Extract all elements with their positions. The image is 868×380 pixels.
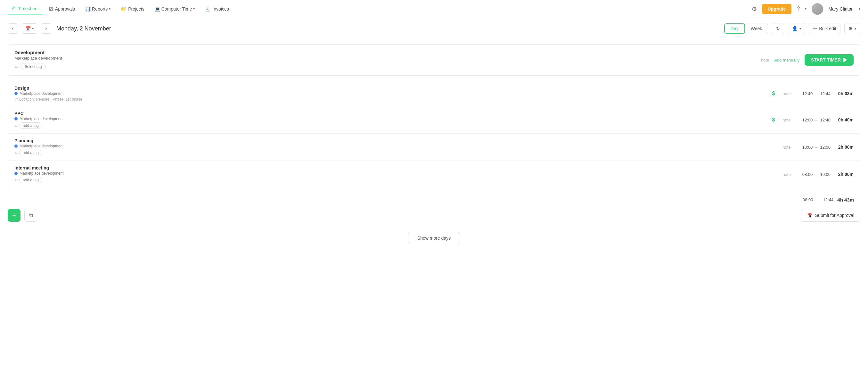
week-view-button[interactable]: Week <box>745 23 768 34</box>
end-time: 12:44 <box>820 91 831 96</box>
gear-dropdown-icon: ⚙ <box>848 26 852 31</box>
submit-approval-button[interactable]: 📅 Submit for Approval <box>801 209 860 222</box>
plus-icon: + <box>12 211 16 220</box>
prev-day-button[interactable]: ‹ <box>8 23 18 34</box>
table-row: Internal meeting Marketplace development… <box>8 161 860 188</box>
copy-button[interactable]: ⧉ <box>24 209 37 222</box>
entry-tags: 🏷 Location: Remote , Phase: 1st phase <box>14 97 764 101</box>
select-tag-button[interactable]: Select tag <box>21 63 46 70</box>
billable-icon: $ <box>772 91 775 96</box>
refresh-icon: ↻ <box>776 26 780 31</box>
calendar-icon: 📅 <box>25 26 31 31</box>
entry-title: Design <box>14 86 764 91</box>
project-dot <box>14 117 18 120</box>
show-more-row: Show more days <box>8 224 860 252</box>
entry-info: PPC Marketplace development 🏷 add a tag <box>14 111 764 129</box>
time-separator: – <box>815 172 817 177</box>
computer-time-icon: 💻 <box>155 6 160 11</box>
nav-computer-time[interactable]: 💻 Computer Time ▾ <box>151 4 199 14</box>
time-separator: – <box>815 145 817 150</box>
project-dot <box>14 92 18 95</box>
project-dot <box>14 145 18 148</box>
add-entry-button[interactable]: + <box>8 209 21 222</box>
dev-info: Development Marketplace development 🏷 Se… <box>14 50 756 70</box>
upgrade-button[interactable]: Upgrade <box>762 4 792 14</box>
add-tag-button[interactable]: add a tag <box>19 150 42 156</box>
settings-dropdown-button[interactable]: ⚙ ▾ <box>844 23 860 34</box>
reports-chevron-icon: ▾ <box>109 7 111 10</box>
user-filter-chevron-icon: ▾ <box>800 27 801 30</box>
entry-info: Design Marketplace development 🏷 Locatio… <box>14 86 764 101</box>
entry-project: Marketplace development <box>20 144 63 148</box>
add-manually-button[interactable]: Add manually <box>774 58 800 62</box>
main-content: Development Marketplace development 🏷 Se… <box>0 39 868 257</box>
time-range: 08:00 – 10:00 <box>802 172 831 177</box>
nav-timesheet[interactable]: ⏱ Timesheet <box>8 3 42 14</box>
entry-tags: 🏷 add a tag <box>14 177 779 183</box>
current-date: Monday, 2 November <box>56 25 111 32</box>
total-start: 08:00 <box>803 197 813 202</box>
end-time: 10:00 <box>820 172 831 177</box>
start-time: 12:40 <box>802 91 813 96</box>
user-name: Mary Clinton <box>828 6 854 11</box>
timesheet-icon: ⏱ <box>11 6 16 11</box>
reports-icon: 📊 <box>85 6 91 11</box>
table-row: Planning Marketplace development 🏷 add a… <box>8 134 860 161</box>
time-range: 12:00 – 12:40 <box>802 118 831 122</box>
end-time: 12:00 <box>820 145 831 150</box>
duration: 0h 03m <box>834 91 854 96</box>
dev-subtitle: Marketplace development <box>14 56 756 61</box>
duration: 2h 00m <box>834 145 854 150</box>
entry-info: Planning Marketplace development 🏷 add a… <box>14 138 779 156</box>
nav-projects[interactable]: 📁 Projects <box>117 4 148 14</box>
settings-icon[interactable]: ⚙ <box>752 5 757 12</box>
start-time: 10:00 <box>802 145 813 150</box>
bottom-actions: + ⧉ 📅 Submit for Approval <box>8 206 860 224</box>
time-entries-card: Design Marketplace development 🏷 Locatio… <box>8 81 860 188</box>
entry-note: note <box>782 91 790 96</box>
time-separator: – <box>815 118 817 122</box>
user-filter-icon: 👤 <box>792 26 798 31</box>
day-view-button[interactable]: Day <box>724 23 745 34</box>
user-chevron-icon[interactable]: ▾ <box>859 7 860 10</box>
calendar-picker-button[interactable]: 📅 ▾ <box>22 23 37 34</box>
nav-approvals[interactable]: ☑ Approvals <box>45 4 79 14</box>
approvals-icon: ☑ <box>49 6 53 11</box>
development-card: Development Marketplace development 🏷 Se… <box>8 44 860 76</box>
entry-note: note <box>782 145 790 150</box>
nav-invoices[interactable]: 🧾 Invoices <box>201 4 232 14</box>
duration: 2h 00m <box>834 172 854 177</box>
start-timer-button[interactable]: START TIMER <box>805 54 854 66</box>
start-time: 08:00 <box>802 172 813 177</box>
nav-reports-label: Reports <box>92 6 107 11</box>
total-end: 12:44 <box>823 197 834 202</box>
entry-project: Marketplace development <box>20 117 63 121</box>
entry-note: note <box>782 172 790 177</box>
total-row: 08:00 – 12:44 4h 43m <box>8 193 860 206</box>
add-tag-button[interactable]: add a tag <box>19 122 42 129</box>
bulk-edit-button[interactable]: ✏ Bulk edit <box>809 23 840 34</box>
invoices-icon: 🧾 <box>205 6 211 11</box>
add-tag-button[interactable]: add a tag <box>19 177 42 183</box>
help-icon[interactable]: ? <box>797 5 800 12</box>
refresh-button[interactable]: ↻ <box>772 23 784 34</box>
next-day-button[interactable]: › <box>41 23 51 34</box>
entry-title: PPC <box>14 111 764 116</box>
show-more-days-button[interactable]: Show more days <box>408 232 460 244</box>
tag-icon: 🏷 <box>14 151 18 155</box>
toolbar: ‹ 📅 ▾ › Monday, 2 November Day Week ↻ 👤 … <box>0 18 868 39</box>
total-duration: 4h 43m <box>837 197 854 203</box>
nav-timesheet-label: Timesheet <box>18 6 39 11</box>
project-dot <box>14 172 18 175</box>
nav-reports[interactable]: 📊 Reports ▾ <box>81 4 114 14</box>
entry-tags: 🏷 add a tag <box>14 150 779 156</box>
entry-sub: Marketplace development <box>14 117 764 121</box>
entry-title: Planning <box>14 138 779 143</box>
time-range: 10:00 – 12:00 <box>802 145 831 150</box>
dev-note: note <box>761 58 769 62</box>
computer-time-chevron-icon: ▾ <box>193 7 195 10</box>
entry-sub: Marketplace development <box>14 171 779 176</box>
tag-icon: 🏷 <box>14 178 18 182</box>
user-filter-button[interactable]: 👤 ▾ <box>788 23 805 34</box>
dev-title: Development <box>14 50 756 55</box>
